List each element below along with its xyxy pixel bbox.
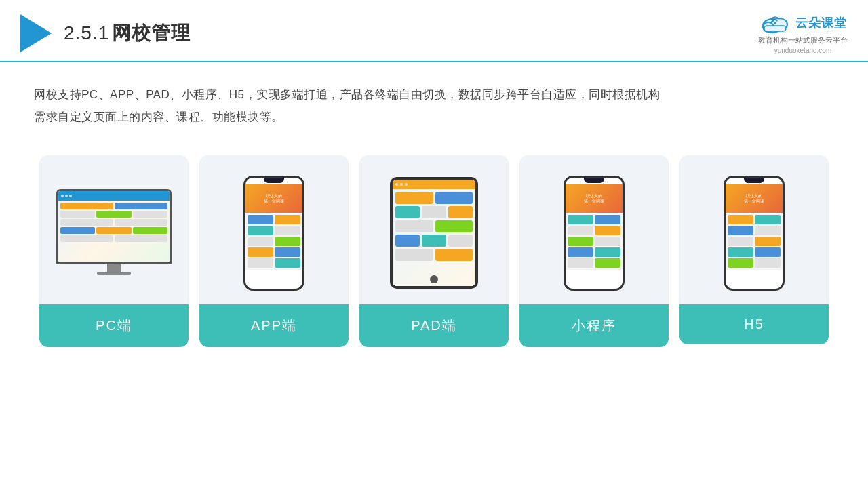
app-card: 职达人的第一堂网课 bbox=[199, 155, 349, 347]
h5-phone-icon: 职达人的第一堂网课 bbox=[724, 176, 785, 291]
page-title-num: 2.5.1 bbox=[64, 22, 109, 43]
cards-section: PC端 职达人的第一堂网课 bbox=[0, 142, 868, 488]
page-title: 2.5.1网校管理 bbox=[64, 20, 191, 46]
pc-card: PC端 bbox=[39, 155, 189, 347]
miniprogram-card: 职达人的第一堂网课 bbox=[519, 155, 669, 347]
brand-url: yunduoketang.com bbox=[774, 47, 832, 54]
miniprogram-phone-icon: 职达人的第一堂网课 bbox=[564, 176, 625, 291]
pc-label: PC端 bbox=[39, 304, 189, 347]
app-phone-icon: 职达人的第一堂网课 bbox=[243, 176, 304, 291]
header-right: 云朵课堂 教育机构一站式服务云平台 yunduoketang.com bbox=[758, 12, 848, 54]
pc-image-area bbox=[39, 155, 189, 304]
header-left: 2.5.1网校管理 bbox=[20, 14, 191, 52]
description-section: 网校支持PC、APP、PAD、小程序、H5，实现多端打通，产品各终端自由切换，数… bbox=[0, 62, 868, 142]
page-title-text: 网校管理 bbox=[112, 22, 191, 43]
app-image-area: 职达人的第一堂网课 bbox=[199, 155, 349, 304]
app-label: APP端 bbox=[199, 304, 349, 347]
brand-tagline: 教育机构一站式服务云平台 bbox=[758, 35, 848, 45]
pad-image-area bbox=[359, 155, 509, 304]
h5-label: H5 bbox=[679, 304, 829, 344]
miniprogram-label: 小程序 bbox=[519, 304, 669, 347]
miniprogram-image-area: 职达人的第一堂网课 bbox=[519, 155, 669, 304]
pad-card: PAD端 bbox=[359, 155, 509, 347]
pad-label: PAD端 bbox=[359, 304, 509, 347]
h5-card: 职达人的第一堂网课 bbox=[679, 155, 829, 344]
svg-point-4 bbox=[774, 22, 776, 24]
cloud-icon bbox=[759, 12, 791, 34]
pad-tablet-icon bbox=[390, 177, 478, 289]
brand-name: 云朵课堂 bbox=[795, 15, 847, 31]
h5-image-area: 职达人的第一堂网课 bbox=[679, 155, 829, 304]
logo-triangle-icon bbox=[20, 14, 52, 52]
description-text: 网校支持PC、APP、PAD、小程序、H5，实现多端打通，产品各终端自由切换，数… bbox=[34, 84, 834, 128]
svg-rect-3 bbox=[764, 26, 786, 31]
page-container: 2.5.1网校管理 云朵课堂 教育机构一站式服务云平台 yunduoketang… bbox=[0, 0, 868, 488]
header: 2.5.1网校管理 云朵课堂 教育机构一站式服务云平台 yunduoketang… bbox=[0, 0, 868, 62]
brand-logo: 云朵课堂 bbox=[759, 12, 847, 34]
pc-monitor-icon bbox=[56, 189, 172, 277]
